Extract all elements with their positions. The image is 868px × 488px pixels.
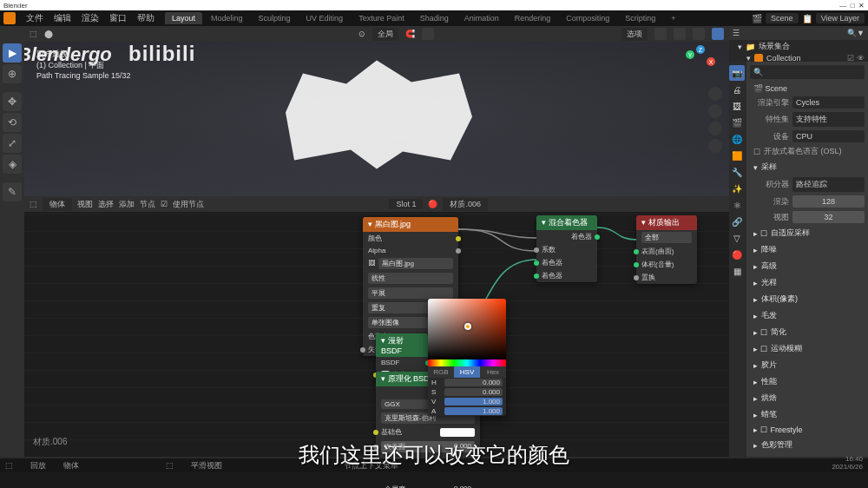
- colormgmt-header[interactable]: ▸ 色彩管理: [750, 437, 865, 453]
- menu-render[interactable]: 渲染: [82, 12, 99, 24]
- options-dropdown[interactable]: 选项: [621, 28, 648, 41]
- menu-node[interactable]: 节点: [140, 199, 155, 210]
- tab-output[interactable]: 🖨: [729, 82, 745, 97]
- a-value[interactable]: 1.000: [444, 407, 503, 415]
- viewlayer-field[interactable]: View Layer: [816, 13, 865, 23]
- filter-icon[interactable]: ▼: [857, 29, 865, 37]
- tab-layout[interactable]: Layout: [165, 12, 202, 24]
- color-picker-popup[interactable]: RGB HSV Hex H0.000 S0.000 V1.000 A1.000: [428, 299, 506, 416]
- tab-constraints[interactable]: 🔗: [729, 214, 745, 229]
- osl-checkbox[interactable]: ☐开放式着色语言 (OSL): [750, 144, 865, 159]
- tool-cursor[interactable]: ⊕: [3, 64, 22, 83]
- tab-world[interactable]: 🌐: [729, 131, 745, 147]
- tab-scripting[interactable]: Scripting: [618, 12, 662, 24]
- node-mix-shader[interactable]: ▾ 混合着色器 着色器 系数 着色器 着色器: [536, 215, 597, 282]
- tab-hex[interactable]: Hex: [480, 366, 506, 378]
- mode-dropdown[interactable]: 物体: [43, 198, 72, 211]
- advanced-header[interactable]: ▸ 高级: [750, 258, 865, 274]
- tool-move[interactable]: ✥: [3, 92, 22, 111]
- viewport-3d[interactable]: Blendergo bilibili 用户透视 (1) Collection |…: [24, 42, 729, 196]
- editor-type-icon[interactable]: ⬚: [30, 30, 37, 38]
- render-samples[interactable]: 128: [792, 195, 865, 208]
- snap-icon[interactable]: 🧲: [405, 30, 415, 38]
- axis-z-icon[interactable]: Z: [696, 45, 705, 54]
- collection-item[interactable]: ▾ Collection ☑ 👁: [729, 53, 868, 62]
- nav-pan-icon[interactable]: [708, 104, 722, 118]
- node-material-output[interactable]: ▾ 材质输出 全部 表面(曲面) 体积(音量) 置换: [636, 215, 697, 284]
- nav-zoom-icon[interactable]: [708, 87, 722, 101]
- nav-persp-icon[interactable]: [708, 139, 722, 153]
- tab-hsv[interactable]: HSV: [454, 366, 480, 378]
- tool-rotate[interactable]: ⟲: [3, 113, 22, 132]
- device-dropdown[interactable]: CPU: [792, 130, 865, 142]
- nav-camera-icon[interactable]: [708, 122, 722, 135]
- interp-field[interactable]: 线性: [368, 273, 453, 284]
- slot-dropdown[interactable]: Slot 1: [389, 199, 423, 209]
- tab-modifiers[interactable]: 🔧: [729, 164, 745, 180]
- tab-render[interactable]: 📷: [729, 65, 745, 81]
- outliner-icon[interactable]: ☰: [733, 29, 740, 37]
- shading-rendered-icon[interactable]: [712, 28, 724, 40]
- bake-header[interactable]: ▸ 烘焙: [750, 390, 865, 406]
- scene-collection-item[interactable]: ▾📁 场景集合: [729, 40, 868, 53]
- tab-add[interactable]: +: [664, 12, 682, 24]
- v-value[interactable]: 1.000: [444, 398, 503, 406]
- tab-scene[interactable]: 🎬: [729, 115, 745, 130]
- search-icon[interactable]: 🔍: [847, 29, 857, 37]
- use-nodes-label[interactable]: 使用节点: [173, 199, 204, 210]
- tab-uv[interactable]: UV Editing: [299, 12, 351, 24]
- shading-solid-icon[interactable]: [674, 28, 686, 40]
- engine-dropdown[interactable]: Cycles: [792, 96, 865, 109]
- tab-object[interactable]: 🟧: [729, 148, 745, 163]
- tool-select[interactable]: ▶: [3, 43, 22, 63]
- menu-edit[interactable]: 编辑: [54, 12, 71, 24]
- menu-view[interactable]: 视图: [77, 199, 93, 210]
- tool-scale[interactable]: ⤢: [3, 134, 22, 153]
- s-value[interactable]: 0.000: [444, 388, 503, 396]
- editor-type-icon[interactable]: ⬚: [30, 200, 37, 208]
- tab-texture[interactable]: ▦: [729, 263, 745, 279]
- tab-animation[interactable]: Animation: [457, 12, 506, 24]
- viewport-samples[interactable]: 32: [792, 211, 865, 223]
- tab-mesh-data[interactable]: ▽: [729, 230, 745, 246]
- orientation-dropdown[interactable]: 全局: [372, 28, 398, 41]
- proportional-icon[interactable]: [422, 28, 434, 40]
- menu-select[interactable]: 选择: [98, 199, 114, 210]
- axis-x-icon[interactable]: X: [707, 57, 715, 66]
- feature-dropdown[interactable]: 支持特性: [792, 112, 865, 127]
- lightpaths-header[interactable]: ▸ 光程: [750, 274, 865, 291]
- windows-taskbar[interactable]: [0, 472, 868, 488]
- motionblur-header[interactable]: ▸ ☐ 运动模糊: [750, 340, 865, 357]
- menu-file[interactable]: 文件: [26, 12, 43, 24]
- volumes-header[interactable]: ▸ 体积(像素): [750, 291, 865, 307]
- tab-viewlayer[interactable]: 🖼: [729, 98, 745, 114]
- status-playback[interactable]: 回放: [30, 460, 46, 472]
- color-cursor-icon[interactable]: [464, 323, 471, 330]
- shading-material-icon[interactable]: [693, 28, 705, 40]
- menu-window[interactable]: 窗口: [109, 12, 127, 24]
- navigation-gizmo[interactable]: X Y Z: [687, 49, 722, 83]
- sampling-header[interactable]: ▾ 采样: [750, 159, 865, 175]
- hue-slider[interactable]: [428, 359, 506, 366]
- hair-header[interactable]: ▸ 毛发: [750, 307, 865, 324]
- tool-annotate[interactable]: ✎: [3, 182, 22, 201]
- integrator-dropdown[interactable]: 路径追踪: [792, 177, 865, 192]
- image-field[interactable]: 黑白图.jpg: [378, 258, 453, 269]
- tab-physics[interactable]: ⚛: [729, 197, 745, 213]
- orientation-icon[interactable]: ⬤: [44, 30, 53, 38]
- target-field[interactable]: 全部: [641, 232, 692, 243]
- denoise-header[interactable]: ▸ 降噪: [750, 241, 865, 258]
- scene-breadcrumb[interactable]: Scene: [766, 84, 788, 93]
- shading-wire-icon[interactable]: [654, 28, 667, 40]
- tab-modeling[interactable]: Modeling: [204, 12, 250, 24]
- h-value[interactable]: 0.000: [444, 379, 503, 386]
- axis-y-icon[interactable]: Y: [686, 50, 694, 59]
- freestyle-header[interactable]: ▸ ☐ Freestyle: [750, 423, 865, 437]
- tab-particles[interactable]: ✨: [729, 181, 745, 196]
- scene-field[interactable]: Scene: [766, 13, 799, 23]
- proj-field[interactable]: 平展: [368, 287, 453, 299]
- adaptive-header[interactable]: ▸ ☐ 自适应采样: [750, 225, 865, 241]
- perf-header[interactable]: ▸ 性能: [750, 373, 865, 390]
- tab-shading[interactable]: Shading: [413, 12, 456, 24]
- tab-sculpting[interactable]: Sculpting: [252, 12, 298, 24]
